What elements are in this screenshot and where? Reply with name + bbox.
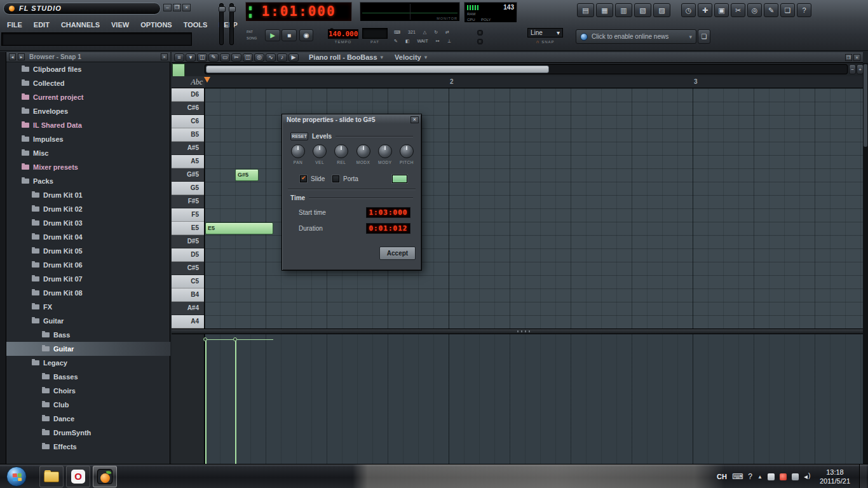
piano-key[interactable]: F#5	[172, 195, 204, 208]
slice-tool-icon[interactable]: ✂	[231, 53, 241, 62]
browser-forward-icon[interactable]: ▸	[18, 53, 25, 60]
piano-roll-menu-icon[interactable]: ≡	[174, 53, 184, 62]
piano-roll-header[interactable]: ≡ ▾ ◫ ✎ ▭ ✂ ◫ ◎ ∿ ♪ ▶ Piano roll - BooBa…	[172, 52, 863, 63]
show-desktop-button[interactable]	[859, 464, 867, 488]
browser-item[interactable]: Bass	[6, 328, 170, 342]
timeline-ruler[interactable]: 2 3	[205, 76, 863, 88]
porta-checkbox[interactable]	[332, 175, 339, 182]
master-volume-slider[interactable]	[219, 3, 224, 45]
velocity-handle[interactable]	[233, 337, 237, 341]
close-icon[interactable]: ×	[853, 54, 860, 61]
piano-key[interactable]: E5	[172, 222, 204, 235]
piano-key[interactable]: D#5	[172, 235, 204, 248]
keyboard-icon[interactable]: ⌨	[732, 472, 743, 481]
piano-key[interactable]: A4	[172, 315, 204, 329]
piano-key[interactable]: G#5	[172, 168, 204, 182]
playlist-icon[interactable]: ▤	[577, 3, 594, 17]
target-control-dropdown[interactable]: Velocity	[395, 53, 421, 61]
browser-item[interactable]: Clipboard files	[6, 62, 170, 76]
browser-item[interactable]: Misc	[6, 146, 170, 160]
piano-key[interactable]: D5	[172, 248, 204, 262]
step-edit-toggle[interactable]: ✎	[394, 39, 398, 44]
piano-key[interactable]: B4	[172, 288, 204, 302]
menu-file[interactable]: FILE	[1, 21, 28, 29]
browser-close-icon[interactable]: ×	[161, 53, 168, 60]
slide-checkbox[interactable]: ✔	[300, 175, 307, 182]
piano-key[interactable]: G5	[172, 182, 204, 195]
taskbar-explorer-button[interactable]	[39, 466, 64, 487]
browser-item[interactable]: Collected	[6, 76, 170, 90]
zoom-tool-icon[interactable]: ◎	[254, 53, 264, 62]
browser-item-selected[interactable]: Guitar	[6, 342, 170, 356]
chevron-down-icon[interactable]: ▾	[186, 53, 196, 62]
tap-tempo-icon[interactable]: ◷	[681, 3, 696, 17]
knob-vel[interactable]: VEL	[311, 144, 329, 165]
piano-key[interactable]: C#5	[172, 262, 204, 275]
add-plugin-icon[interactable]: ✚	[698, 3, 712, 17]
note-glide-toggle[interactable]: ⊥	[447, 39, 451, 44]
browser-item[interactable]: IL Shared Data	[6, 118, 170, 132]
browser-item[interactable]: Current project	[6, 90, 170, 104]
knob-pitch[interactable]: PITCH	[398, 144, 416, 165]
browser-item[interactable]: Drum Kit 02	[6, 202, 170, 216]
playback-tool-icon[interactable]: ▶	[288, 53, 299, 62]
slide-tool-icon[interactable]: ∿	[266, 53, 276, 62]
browser-item[interactable]: Basses	[6, 370, 170, 384]
note-gs5[interactable]: G#5	[235, 169, 259, 181]
browser-item[interactable]: Drum Kit 06	[6, 258, 170, 272]
piano-key[interactable]: C#6	[172, 102, 204, 115]
piano-key[interactable]: C5	[172, 275, 204, 288]
maximize-icon[interactable]: ❐	[173, 4, 181, 11]
accept-button[interactable]: Accept	[379, 247, 416, 260]
browser-item[interactable]: Legacy	[6, 356, 170, 370]
browser-item[interactable]: Drum Kit 07	[6, 272, 170, 286]
record-button[interactable]: ◉	[299, 29, 313, 41]
knob-modx[interactable]: MODX	[355, 144, 372, 165]
taskbar-clock[interactable]: 13:18 2011/5/21	[820, 468, 850, 485]
volume-icon[interactable]	[804, 473, 812, 480]
browser-item[interactable]: Guitar	[6, 314, 170, 328]
panel-splitter[interactable]	[172, 329, 863, 334]
help-icon[interactable]: ?	[797, 3, 811, 17]
browser-item[interactable]: Drum Kit 04	[6, 230, 170, 244]
browser-item[interactable]: Dance	[6, 412, 170, 426]
playhead-marker[interactable]	[204, 77, 210, 83]
piano-key[interactable]: C6	[172, 115, 204, 128]
typing-keyboard-toggle[interactable]: ⌨	[394, 30, 400, 35]
news-open-button[interactable]: ❏	[698, 29, 710, 44]
paint-tool-icon[interactable]: ▭	[220, 53, 230, 62]
knob-rel[interactable]: REL	[332, 144, 350, 165]
browser-item[interactable]: Effects	[6, 440, 170, 454]
piano-key[interactable]: B5	[172, 128, 204, 142]
files-icon[interactable]: ❏	[780, 3, 795, 17]
menu-channels[interactable]: CHANNELS	[55, 21, 105, 29]
zoom-icon[interactable]: ◎	[747, 3, 762, 17]
draw-tool-icon[interactable]: ✎	[208, 53, 219, 62]
browser-item[interactable]: Choirs	[6, 384, 170, 398]
chord-tool-icon[interactable]: ♪	[277, 53, 287, 62]
browser-item[interactable]: Impulses	[6, 132, 170, 146]
browser-item[interactable]: Packs	[6, 174, 170, 188]
pattern-selector[interactable]	[362, 28, 388, 39]
action-center-icon[interactable]	[780, 473, 787, 480]
metronome-toggle[interactable]: △	[423, 30, 426, 35]
help-icon[interactable]: ?	[748, 472, 752, 481]
network-icon[interactable]	[792, 473, 799, 480]
velocity-handle[interactable]	[203, 337, 207, 341]
browser-item[interactable]: Drum Kit 05	[6, 244, 170, 258]
menu-view[interactable]: VIEW	[105, 21, 135, 29]
browser-header[interactable]: ◂ ▸ Browser - Snap 1 ×	[6, 52, 170, 62]
draw-icon[interactable]: ✎	[764, 3, 778, 17]
browser-item[interactable]: Drum Kit 03	[6, 216, 170, 230]
velocity-lane[interactable]	[205, 334, 863, 464]
browser-item[interactable]: Club	[6, 398, 170, 412]
piano-roll-icon[interactable]: ▥	[615, 3, 632, 17]
menu-options[interactable]: OPTIONS	[135, 21, 178, 29]
language-indicator[interactable]: CH	[717, 473, 727, 480]
blend-notes-toggle[interactable]: ⇄	[445, 30, 449, 35]
mixer-icon[interactable]: ▨	[653, 3, 670, 17]
browser-item[interactable]: Drum Kit 01	[6, 188, 170, 202]
vertical-scrollbar[interactable]	[863, 63, 868, 464]
news-banner[interactable]: Click to enable online news ▾	[576, 29, 696, 44]
stamp-icon[interactable]: ◫	[197, 53, 207, 62]
